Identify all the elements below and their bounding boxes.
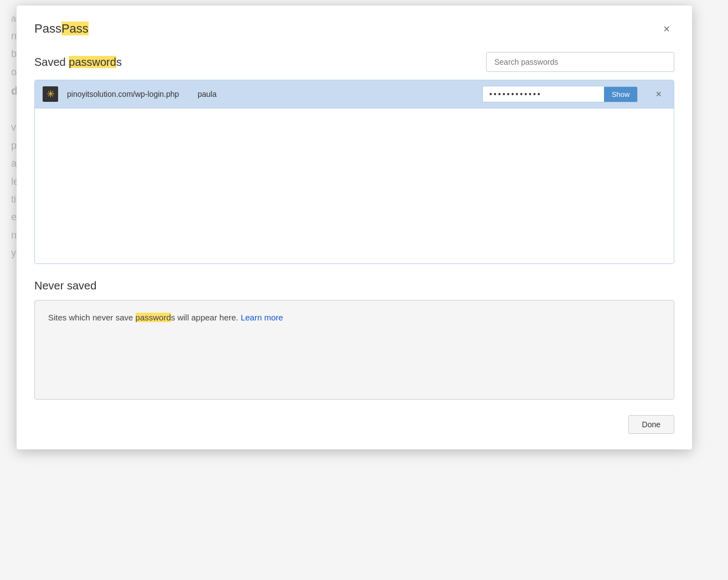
show-password-button[interactable]: Show — [604, 86, 638, 102]
never-saved-title: Never saved — [34, 279, 674, 292]
never-saved-text: Sites which never save passwords will ap… — [48, 313, 660, 322]
title-prefix: Pass — [34, 22, 61, 35]
saved-passwords-header: Saved passwords — [34, 52, 674, 72]
saved-passwords-highlight: password — [69, 56, 116, 68]
saved-passwords-title: Saved passwords — [34, 56, 122, 69]
done-button[interactable]: Done — [628, 415, 674, 434]
search-input[interactable] — [486, 52, 674, 72]
title-highlight: Pass — [61, 22, 89, 35]
close-button[interactable]: × — [659, 21, 674, 37]
site-url: pinoyitsolution.com/wp-login.php — [67, 90, 189, 99]
site-favicon: ✳ — [43, 86, 58, 102]
password-field-group: Show — [482, 86, 638, 102]
favicon-icon: ✳ — [47, 88, 55, 100]
table-row: ✳ pinoyitsolution.com/wp-login.php paula… — [35, 80, 674, 108]
dialog-title: PassPass — [34, 22, 89, 36]
never-saved-text-highlight: password — [136, 313, 171, 322]
passwords-dialog: PassPass × Saved passwords ✳ pinoyitsolu… — [17, 6, 692, 449]
delete-password-button[interactable]: × — [651, 86, 666, 102]
passwords-empty-area — [35, 108, 674, 263]
learn-more-link[interactable]: Learn more — [241, 313, 283, 322]
never-saved-section: Never saved Sites which never save passw… — [34, 279, 674, 400]
password-field[interactable] — [482, 86, 604, 102]
dialog-footer: Done — [34, 415, 674, 434]
dialog-header: PassPass × — [34, 21, 674, 37]
site-username: paula — [198, 90, 242, 99]
never-saved-text-prefix: Sites which never save — [48, 313, 136, 322]
never-saved-text-suffix: s will appear here. — [171, 313, 241, 322]
passwords-table: ✳ pinoyitsolution.com/wp-login.php paula… — [34, 80, 674, 264]
never-saved-box: Sites which never save passwords will ap… — [34, 300, 674, 400]
